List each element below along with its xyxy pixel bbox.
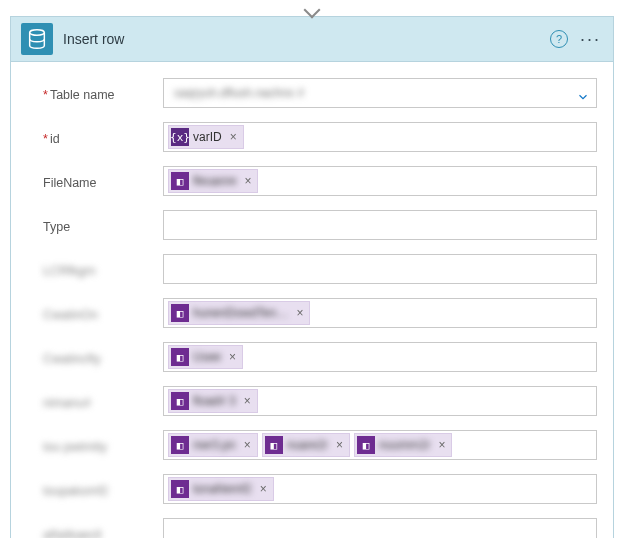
field-label: nimanu#	[43, 392, 163, 410]
form-row: tou pwtmtty◧nwr3.pn×◧nuare2r×◧nuumrn2r×	[43, 430, 597, 460]
dynamic-content-token[interactable]: ◧nuumrn2r×	[354, 433, 452, 457]
token-input[interactable]	[163, 254, 597, 284]
form-row: Cwatincfty◧Usee×	[43, 342, 597, 372]
token-input[interactable]: ◧Usee×	[163, 342, 597, 372]
form-row: alfaitkaecll	[43, 518, 597, 538]
dynamic-value-icon: ◧	[171, 172, 189, 190]
dynamic-value-icon: ◧	[265, 436, 283, 454]
token-input[interactable]	[163, 210, 597, 240]
dynamic-content-token[interactable]: ◧nwr3.pn×	[168, 433, 258, 457]
expression-icon: {x}	[171, 128, 189, 146]
field-label: toupakomf2	[43, 480, 163, 498]
token-label: tonaNemf2	[193, 482, 254, 496]
token-label: Usee	[193, 350, 223, 364]
token-label: fload# 3	[193, 394, 238, 408]
form-row: nimanu#◧fload# 3×	[43, 386, 597, 416]
token-label: varID	[193, 130, 224, 144]
card-body: Table namesaqryuh.dflush.nachnx #id{x}va…	[11, 62, 613, 538]
field-label: LCRfkgrn	[43, 260, 163, 278]
chevron-down-icon[interactable]	[576, 90, 588, 102]
dynamic-value-icon: ◧	[171, 348, 189, 366]
token-remove-button[interactable]: ×	[227, 350, 238, 364]
form-row: Type	[43, 210, 597, 240]
dynamic-content-token[interactable]: ◧hunenDowdTen…×	[168, 301, 310, 325]
dropdown-selected-value: saqryuh.dflush.nachnx #	[168, 86, 304, 100]
field-label: id	[43, 128, 163, 146]
card-header[interactable]: Insert row ? ···	[11, 17, 613, 62]
token-input[interactable]: {x}varID×	[163, 122, 597, 152]
field-label: Table name	[43, 84, 163, 102]
dropdown-input[interactable]: saqryuh.dflush.nachnx #	[163, 78, 597, 108]
token-label: nwr3.pn	[193, 438, 238, 452]
token-input[interactable]	[163, 518, 597, 538]
field-label: tou pwtmtty	[43, 436, 163, 454]
token-remove-button[interactable]: ×	[258, 482, 269, 496]
field-label: CwatinOn	[43, 304, 163, 322]
form-row: toupakomf2◧tonaNemf2×	[43, 474, 597, 504]
token-input[interactable]: ◧hunenDowdTen…×	[163, 298, 597, 328]
help-icon[interactable]: ?	[550, 30, 568, 48]
dynamic-content-token[interactable]: ◧tonaNemf2×	[168, 477, 274, 501]
dynamic-value-icon: ◧	[171, 304, 189, 322]
card-title: Insert row	[63, 31, 540, 47]
token-remove-button[interactable]: ×	[228, 130, 239, 144]
token-remove-button[interactable]: ×	[436, 438, 447, 452]
field-label: FileName	[43, 172, 163, 190]
token-remove-button[interactable]: ×	[334, 438, 345, 452]
token-remove-button[interactable]: ×	[294, 306, 305, 320]
token-remove-button[interactable]: ×	[242, 438, 253, 452]
dynamic-value-icon: ◧	[171, 436, 189, 454]
token-label: hunenDowdTen…	[193, 306, 290, 320]
token-remove-button[interactable]: ×	[242, 174, 253, 188]
form-row: FileName◧fleuanre×	[43, 166, 597, 196]
dynamic-content-token[interactable]: ◧Usee×	[168, 345, 243, 369]
form-row: Table namesaqryuh.dflush.nachnx #	[43, 78, 597, 108]
form-row: CwatinOn◧hunenDowdTen…×	[43, 298, 597, 328]
field-label: Type	[43, 216, 163, 234]
token-label: fleuanre	[193, 174, 238, 188]
field-label: alfaitkaecll	[43, 524, 163, 538]
token-input[interactable]: ◧fleuanre×	[163, 166, 597, 196]
card-menu-button[interactable]: ···	[578, 32, 603, 46]
field-label: Cwatincfty	[43, 348, 163, 366]
token-input[interactable]: ◧tonaNemf2×	[163, 474, 597, 504]
dynamic-value-icon: ◧	[171, 480, 189, 498]
dynamic-value-icon: ◧	[171, 392, 189, 410]
dynamic-content-token[interactable]: {x}varID×	[168, 125, 244, 149]
token-label: nuumrn2r	[379, 438, 432, 452]
token-label: nuare2r	[287, 438, 330, 452]
database-icon	[21, 23, 53, 55]
action-card: Insert row ? ··· Table namesaqryuh.dflus…	[10, 16, 614, 538]
token-input[interactable]: ◧fload# 3×	[163, 386, 597, 416]
svg-point-0	[30, 30, 45, 35]
dynamic-content-token[interactable]: ◧fleuanre×	[168, 169, 258, 193]
token-input[interactable]: ◧nwr3.pn×◧nuare2r×◧nuumrn2r×	[163, 430, 597, 460]
dynamic-content-token[interactable]: ◧nuare2r×	[262, 433, 350, 457]
form-row: LCRfkgrn	[43, 254, 597, 284]
form-row: id{x}varID×	[43, 122, 597, 152]
dynamic-content-token[interactable]: ◧fload# 3×	[168, 389, 258, 413]
dynamic-value-icon: ◧	[357, 436, 375, 454]
token-remove-button[interactable]: ×	[242, 394, 253, 408]
